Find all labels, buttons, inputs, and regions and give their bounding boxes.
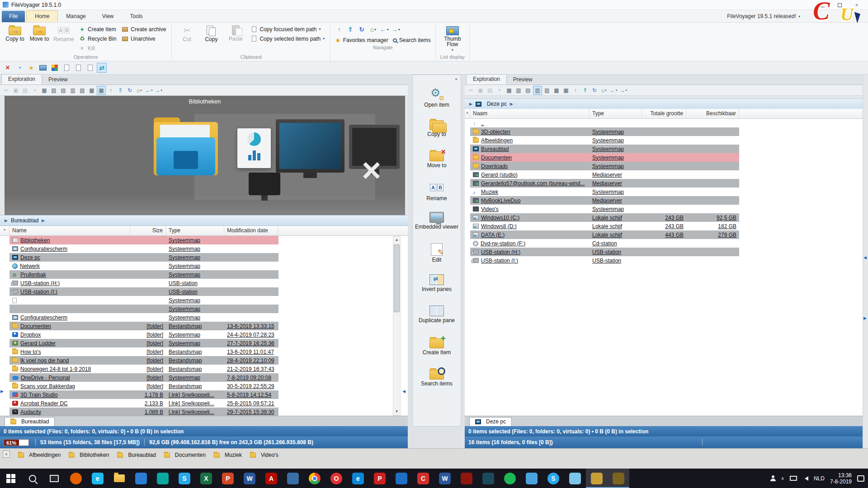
photos-taskbar-button[interactable] bbox=[521, 469, 542, 488]
create-item-button[interactable]: +Create Item bbox=[79, 25, 116, 33]
view-list-button[interactable]: ▥ bbox=[533, 86, 542, 95]
scroll-down-arrow[interactable]: ▼ bbox=[393, 408, 400, 415]
create-item-button[interactable]: Create Item bbox=[413, 334, 461, 366]
back-button[interactable]: ←▾ bbox=[144, 86, 154, 95]
left-splitter-arrow[interactable]: ▶ bbox=[0, 389, 4, 394]
column-header-type[interactable]: Type bbox=[166, 226, 224, 236]
view-details-button[interactable]: ▦ bbox=[561, 86, 571, 95]
table-row[interactable]: DownloadsSysteemmap bbox=[470, 162, 739, 170]
search-taskbar-button[interactable] bbox=[22, 469, 43, 488]
column-header-naam[interactable]: Naam bbox=[470, 109, 590, 119]
tab-manage[interactable]: Manage bbox=[58, 11, 94, 22]
cut-button[interactable]: ✂ Cut bbox=[175, 24, 198, 42]
table-row[interactable]: NetwerkSysteemmap bbox=[9, 262, 278, 270]
tab-preview[interactable]: Preview bbox=[42, 75, 74, 84]
internet-explorer-taskbar-button[interactable]: e bbox=[87, 469, 108, 488]
go-root-button[interactable]: ⇑ bbox=[345, 25, 355, 34]
favorites-item[interactable]: Muziek bbox=[214, 450, 242, 460]
column-header-name[interactable]: Name bbox=[9, 226, 130, 236]
table-row[interactable]: Dropbox[folder]Systeemmap24-4-2019 07:28… bbox=[9, 330, 278, 339]
start-taskbar-button[interactable] bbox=[0, 469, 22, 488]
table-row[interactable]: Gerard (studio)Mediaserver bbox=[470, 170, 739, 179]
close-favorites-bar-button[interactable]: × bbox=[3, 450, 10, 458]
kill-button[interactable]: ×Kill bbox=[79, 44, 116, 52]
table-row[interactable]: Dvd-rw-station (F:)Cd-station bbox=[470, 239, 739, 248]
copy-to-button[interactable]: Copy to bbox=[4, 24, 26, 42]
view-tiles-button[interactable]: ▧ bbox=[49, 86, 58, 95]
table-row[interactable]: USB-station (H:)USB-station bbox=[9, 279, 278, 287]
column-header-type[interactable]: Type bbox=[590, 109, 642, 119]
column-header-size[interactable]: Size bbox=[130, 226, 166, 236]
back-button[interactable]: ←▾ bbox=[379, 25, 389, 34]
word-2-taskbar-button[interactable]: W bbox=[434, 469, 456, 488]
table-row[interactable]: DocumentenSysteemmap bbox=[470, 153, 739, 162]
table-row[interactable]: Gerard Lodder[folder]Systeemmap27-7-2019… bbox=[9, 339, 278, 347]
excel-taskbar-button[interactable]: X bbox=[195, 469, 217, 488]
breadcrumb-item[interactable]: Deze pc bbox=[487, 101, 507, 107]
powerpoint-taskbar-button[interactable]: P bbox=[217, 469, 239, 488]
table-row[interactable]: Noorwegen 24-8 tot 1-9 2018[folder]Besta… bbox=[9, 365, 278, 373]
table-row[interactable]: How to's[folder]Bestandsmap13-6-2019 11:… bbox=[9, 347, 278, 356]
sync-panes-icon[interactable] bbox=[97, 63, 107, 73]
scroll-up-arrow[interactable]: ▲ bbox=[393, 236, 400, 244]
open-item-button[interactable]: Open item bbox=[413, 85, 461, 116]
go-up-button[interactable]: ↑ bbox=[571, 86, 580, 95]
viewer-icon[interactable] bbox=[38, 63, 48, 73]
right-splitter-arrow[interactable]: ◀ bbox=[863, 256, 867, 260]
edge-taskbar-button[interactable]: e bbox=[347, 469, 369, 488]
close-session-icon[interactable] bbox=[3, 63, 13, 73]
action-center-icon[interactable] bbox=[857, 475, 864, 482]
tab-exploration[interactable]: Exploration bbox=[466, 74, 507, 84]
tab-exploration[interactable]: Exploration bbox=[1, 74, 42, 84]
copy-focused-path-button[interactable]: Copy focused item path▾ bbox=[250, 25, 325, 33]
app-red-p-taskbar-button[interactable]: P bbox=[369, 469, 391, 488]
spotify-taskbar-button[interactable] bbox=[499, 469, 521, 488]
refresh-button[interactable]: ↻ bbox=[125, 86, 134, 95]
table-row[interactable]: ConfiguratieschermSysteemmap bbox=[9, 244, 278, 253]
table-row[interactable]: .. bbox=[470, 119, 739, 127]
scrollbar-thumb[interactable] bbox=[394, 244, 400, 312]
favorites-icon[interactable] bbox=[26, 63, 36, 73]
table-row[interactable]: USB-station (H:)USB-station bbox=[470, 248, 739, 256]
table-row[interactable]: USB-station (I:)USB-station bbox=[9, 287, 278, 296]
table-row[interactable]: Systeemmap bbox=[9, 296, 278, 305]
column-header-totale-grootte[interactable]: Totale grootte bbox=[642, 109, 686, 119]
chrome-taskbar-button[interactable] bbox=[304, 469, 326, 488]
bottom-tab-bureaublad[interactable]: Bureaublad bbox=[5, 417, 55, 426]
skype-2-taskbar-button[interactable]: S bbox=[542, 469, 564, 488]
unarchive-button[interactable]: Unarchive bbox=[122, 35, 166, 42]
edit-button[interactable]: Edit bbox=[413, 241, 461, 272]
home-button[interactable]: ⌂▾ bbox=[368, 25, 378, 34]
release-banner[interactable]: FileVoyager 19.5.1 released! ▾ bbox=[727, 13, 800, 22]
copy-to-button[interactable]: Copy to bbox=[413, 116, 461, 147]
tab-file[interactable]: File bbox=[2, 11, 25, 22]
sort-indicator[interactable]: ▴ bbox=[465, 109, 470, 119]
favorites-item[interactable]: Video's bbox=[250, 450, 278, 460]
forward-button[interactable]: →▾ bbox=[154, 86, 164, 95]
table-row[interactable]: MuziekSysteemmap bbox=[470, 188, 739, 196]
pc-tray-icon[interactable] bbox=[790, 476, 797, 481]
refresh-button[interactable]: ↻ bbox=[357, 25, 367, 34]
go-root-button[interactable]: ⇑ bbox=[116, 86, 125, 95]
left-breadcrumb[interactable]: ▶ Bureaublad ▶ bbox=[0, 215, 408, 226]
app-blue-2-taskbar-button[interactable] bbox=[282, 469, 304, 488]
view-smalllist-button[interactable]: ▨ bbox=[78, 86, 87, 95]
file-icon[interactable] bbox=[73, 63, 83, 73]
embedded-viewer-button[interactable]: Embedded viewer bbox=[413, 210, 461, 241]
paste-button[interactable]: Paste bbox=[224, 24, 247, 42]
view-grid-button[interactable]: ▩ bbox=[87, 86, 96, 95]
create-archive-button[interactable]: Create archive bbox=[122, 25, 166, 33]
table-row[interactable]: OneDrive - Personal[folder]Systeemmap7-8… bbox=[9, 373, 278, 382]
paste-button[interactable]: ▤ bbox=[486, 86, 495, 95]
table-row[interactable]: USB-station (I:)USB-station bbox=[470, 256, 739, 265]
forward-button[interactable]: →▾ bbox=[619, 86, 628, 95]
go-up-button[interactable]: ↑ bbox=[106, 86, 115, 95]
table-row[interactable]: Documenten[folder]Bestandsmap13-6-2019 1… bbox=[9, 322, 278, 330]
home-button[interactable]: ⌂▾ bbox=[599, 86, 609, 95]
go-up-button[interactable]: ↑ bbox=[334, 25, 344, 34]
copy-button[interactable]: Copy bbox=[200, 24, 222, 42]
copy-button[interactable]: ▣ bbox=[11, 86, 20, 95]
acrobat-1-taskbar-button[interactable]: A bbox=[260, 469, 282, 488]
views-icon-button[interactable]: ▤ bbox=[59, 86, 68, 95]
table-row[interactable]: Gerardello57@outlook.com (bureau-wind...… bbox=[470, 179, 739, 188]
